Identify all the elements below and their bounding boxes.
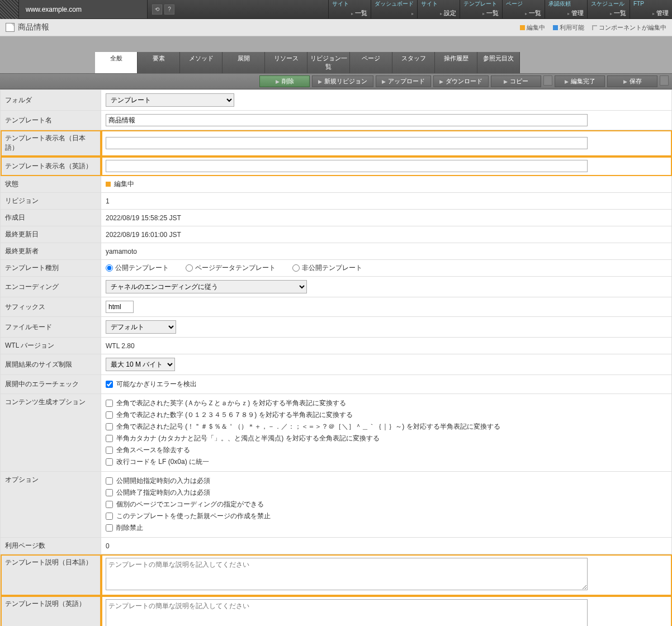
nav-item-6[interactable]: スケジュール▸ 一覧 <box>587 0 630 18</box>
toolbar-separator <box>543 75 552 86</box>
tab-1[interactable]: 要素 <box>138 52 180 73</box>
label-updater: 最終更新者 <box>1 243 101 260</box>
app-logo <box>0 0 19 19</box>
label-error-check: 展開中のエラーチェック <box>1 375 101 394</box>
updated-value: 2022/08/19 16:01:00 JST <box>101 226 672 243</box>
option-label-2: 個別のページでエンコーディングの指定ができる <box>116 500 264 509</box>
updater-value: yamamoto <box>101 243 672 260</box>
suffix-input[interactable] <box>106 301 134 313</box>
tab-5[interactable]: リビジョン一覧 <box>307 52 350 73</box>
desc-ja-textarea[interactable] <box>106 558 588 590</box>
tab-8[interactable]: 操作履歴 <box>435 52 477 73</box>
template-type-radio-0[interactable]: 公開テンプレート <box>106 263 169 273</box>
save-button[interactable]: ▶保存 <box>607 75 657 87</box>
status-legend: 編集中 利用可能 コンポーネントが編集中 <box>520 23 666 32</box>
content-gen-checkbox-1[interactable] <box>106 411 113 419</box>
content-gen-checkbox-2[interactable] <box>106 423 113 430</box>
template-form: フォルダ テンプレート テンプレート名 テンプレート表示名（日本語） テンプレー… <box>0 89 672 626</box>
page-header: 商品情報 編集中 利用可能 コンポーネントが編集中 <box>0 19 672 36</box>
history-icon[interactable]: ⟲ <box>152 4 162 15</box>
option-label-3: このテンプレートを使った新規ページの作成を禁止 <box>116 511 271 521</box>
label-content-gen: コンテンツ生成オプション <box>1 394 101 472</box>
label-updated: 最終更新日 <box>1 226 101 243</box>
legend-editing-label: 編集中 <box>527 24 545 31</box>
tab-9[interactable]: 参照元目次 <box>477 52 520 73</box>
option-checkbox-1[interactable] <box>106 489 113 496</box>
top-nav-bar: www.example.com ⟲ ? サイト▸ 一覧ダッシュボード▸ サイト▸… <box>0 0 672 19</box>
page-count-value: 0 <box>101 538 672 554</box>
content-gen-label-4: 全角スペースを除去する <box>116 445 190 455</box>
legend-component-label: コンポーネントが編集中 <box>599 24 666 31</box>
label-template-name: テンプレート名 <box>1 111 101 130</box>
label-display-name-ja: テンプレート表示名（日本語） <box>1 130 101 156</box>
tab-7[interactable]: スタッフ <box>392 52 435 73</box>
label-file-mode: ファイルモード <box>1 317 101 338</box>
status-value: 編集中 <box>114 180 134 188</box>
finish-edit-button[interactable]: ▶編集完了 <box>555 75 605 87</box>
legend-available-swatch <box>553 25 558 30</box>
option-checkbox-3[interactable] <box>106 513 113 520</box>
tab-0[interactable]: 全般 <box>95 52 138 73</box>
option-label-0: 公開開始指定時刻の入力は必須 <box>116 476 210 486</box>
template-name-input[interactable] <box>106 114 588 126</box>
template-type-radio-1[interactable]: ページデータテンプレート <box>186 263 276 273</box>
help-icon[interactable]: ? <box>164 4 174 15</box>
label-wtl-version: WTL バージョン <box>1 338 101 354</box>
option-checkbox-0[interactable] <box>106 477 113 485</box>
nav-item-3[interactable]: テンプレート▸ 一覧 <box>460 0 502 18</box>
nav-item-4[interactable]: ページ▸ 一覧 <box>502 0 545 18</box>
label-desc-ja: テンプレート説明（日本語） <box>1 554 101 596</box>
tab-3[interactable]: 展開 <box>223 52 265 73</box>
nav-item-1[interactable]: ダッシュボード▸ <box>371 0 417 18</box>
template-type-radio-2[interactable]: 非公開テンプレート <box>292 263 362 273</box>
tab-4[interactable]: リソース <box>265 52 307 73</box>
label-page-count: 利用ページ数 <box>1 538 101 554</box>
tab-2[interactable]: メソッド <box>180 52 223 73</box>
label-folder: フォルダ <box>1 90 101 111</box>
label-desc-en: テンプレート説明（英語） <box>1 596 101 627</box>
desc-en-textarea[interactable] <box>106 599 588 626</box>
nav-item-7[interactable]: FTP▸ 管理 <box>630 0 672 18</box>
label-created: 作成日 <box>1 210 101 226</box>
download-button[interactable]: ▶ダウンロード <box>433 75 489 87</box>
label-revision: リビジョン <box>1 193 101 210</box>
revision-value: 1 <box>101 193 672 210</box>
document-icon <box>6 23 15 32</box>
url-display: www.example.com <box>19 0 148 18</box>
option-checkbox-4[interactable] <box>106 524 113 532</box>
legend-available-label: 利用可能 <box>560 24 584 31</box>
encoding-select[interactable]: チャネルのエンコーディングに従う <box>106 280 307 293</box>
action-toolbar: ▶削除 ▶新規リビジョン ▶アップロード ▶ダウンロード ▶コピー ▶編集完了 … <box>0 73 672 89</box>
delete-button[interactable]: ▶削除 <box>259 75 310 87</box>
display-name-en-input[interactable] <box>106 160 588 172</box>
content-gen-checkbox-4[interactable] <box>106 447 113 454</box>
nav-item-2[interactable]: サイト▸ 設定 <box>417 0 460 18</box>
nav-item-0[interactable]: サイト▸ 一覧 <box>328 0 371 18</box>
created-value: 2022/08/19 15:58:25 JST <box>101 210 672 226</box>
toolbar-separator-2 <box>660 75 669 86</box>
option-label-4: 削除禁止 <box>116 523 143 533</box>
content-gen-checkbox-5[interactable] <box>106 458 113 466</box>
tabs-container: 全般要素メソッド展開リソースリビジョン一覧ページスタッフ操作履歴参照元目次 <box>0 36 672 73</box>
content-gen-checkbox-0[interactable] <box>106 400 113 407</box>
content-gen-checkbox-3[interactable] <box>106 435 113 442</box>
nav-item-5[interactable]: 承認依頼▸ 管理 <box>545 0 587 18</box>
label-encoding: エンコーディング <box>1 277 101 297</box>
legend-component-swatch <box>592 25 597 30</box>
page-title: 商品情報 <box>18 22 49 32</box>
upload-button[interactable]: ▶アップロード <box>376 75 431 87</box>
tab-6[interactable]: ページ <box>350 52 392 73</box>
option-checkbox-2[interactable] <box>106 501 113 508</box>
template-type-radio-group: 公開テンプレート ページデータテンプレート 非公開テンプレート <box>106 263 667 273</box>
folder-select[interactable]: テンプレート <box>106 93 234 107</box>
new-revision-button[interactable]: ▶新規リビジョン <box>312 75 373 87</box>
copy-button[interactable]: ▶コピー <box>491 75 541 87</box>
label-options: オプション <box>1 472 101 538</box>
content-gen-label-3: 半角カタカナ (カタカナと記号「」。、と濁点と半濁点) を対応する全角表記に変換… <box>116 434 380 443</box>
error-check-checkbox[interactable] <box>106 381 113 388</box>
file-mode-select[interactable]: デフォルト <box>106 320 176 334</box>
display-name-ja-input[interactable] <box>106 137 588 149</box>
size-limit-select[interactable]: 最大 10 M バイト <box>106 358 175 371</box>
content-gen-label-1: 全角で表記された数字 (０１２３４５６７８９) を対応する半角表記に変換する <box>116 410 353 420</box>
label-size-limit: 展開結果のサイズ制限 <box>1 354 101 375</box>
